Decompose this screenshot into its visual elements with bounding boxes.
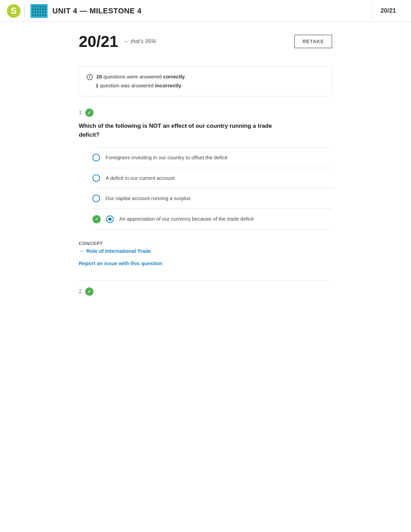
- option-1-row[interactable]: Foreigners investing in our country to o…: [92, 147, 332, 168]
- option-2-text: A deficit in our current account: [105, 174, 175, 182]
- main-content: 20/21 ← that's 95% RETAKE i 20 questions…: [72, 22, 339, 311]
- report-issue-link[interactable]: Report an issue with this question: [79, 260, 162, 266]
- option-4-text: An appreciation of our currency because …: [119, 215, 254, 223]
- correct-count: 20: [96, 74, 102, 79]
- retake-button[interactable]: RETAKE: [294, 35, 332, 48]
- option-3-row[interactable]: Our capital account running a surplus: [92, 188, 332, 209]
- question-1-block: 1 Which of the following is NOT an effec…: [79, 109, 332, 267]
- question-1-options: Foreigners investing in our country to o…: [92, 147, 332, 230]
- concept-link[interactable]: → Role of International Trade: [79, 248, 332, 254]
- option-3-radio[interactable]: [92, 195, 100, 202]
- page-title: UNIT 4 — MILESTONE 4: [52, 7, 141, 15]
- score-display: 20/21: [79, 32, 118, 51]
- question-1-correct-icon: [85, 109, 94, 117]
- brand-logo-icon: S: [7, 4, 21, 18]
- header-divider: [25, 4, 25, 18]
- results-info-box: i 20 questions were answered correctly. …: [79, 66, 332, 96]
- option-4-correct-icon: [92, 215, 101, 223]
- question-1-text: Which of the following is NOT an effect …: [79, 122, 277, 139]
- page-header: S UNIT 4 — MILESTONE 4 20/21: [0, 0, 411, 22]
- unit-icon: [30, 4, 48, 18]
- question-2-correct-icon: [85, 287, 94, 296]
- header-score: 20/21: [372, 0, 404, 22]
- concept-link-text: Role of International Trade: [86, 248, 151, 254]
- info-icon: i: [87, 74, 93, 80]
- concept-arrow-icon: →: [79, 248, 84, 254]
- option-4-row[interactable]: An appreciation of our currency because …: [92, 209, 332, 230]
- svg-text:S: S: [11, 5, 16, 16]
- option-2-radio[interactable]: [92, 174, 100, 182]
- option-2-row[interactable]: A deficit in our current account: [92, 168, 332, 188]
- concept-section: CONCEPT → Role of International Trade Re…: [79, 241, 332, 267]
- option-4-radio-fill: [108, 218, 112, 221]
- concept-label: CONCEPT: [79, 241, 332, 246]
- question-1-header: 1: [79, 109, 332, 117]
- option-4-radio[interactable]: [106, 215, 114, 223]
- score-annotation: ← that's 95%: [124, 38, 156, 45]
- option-1-radio[interactable]: [92, 154, 100, 161]
- question-2-number: 2: [79, 288, 82, 295]
- question-2-header: 2: [79, 287, 332, 296]
- correctly-label: correctly: [163, 74, 185, 79]
- score-section: 20/21 ← that's 95% RETAKE: [79, 32, 332, 58]
- incorrectly-label: incorrectly: [155, 83, 181, 88]
- option-1-text: Foreigners investing in our country to o…: [105, 154, 227, 162]
- question-2-block: 2: [79, 280, 332, 296]
- question-1-number: 1: [79, 110, 82, 116]
- option-3-text: Our capital account running a surplus: [105, 195, 190, 202]
